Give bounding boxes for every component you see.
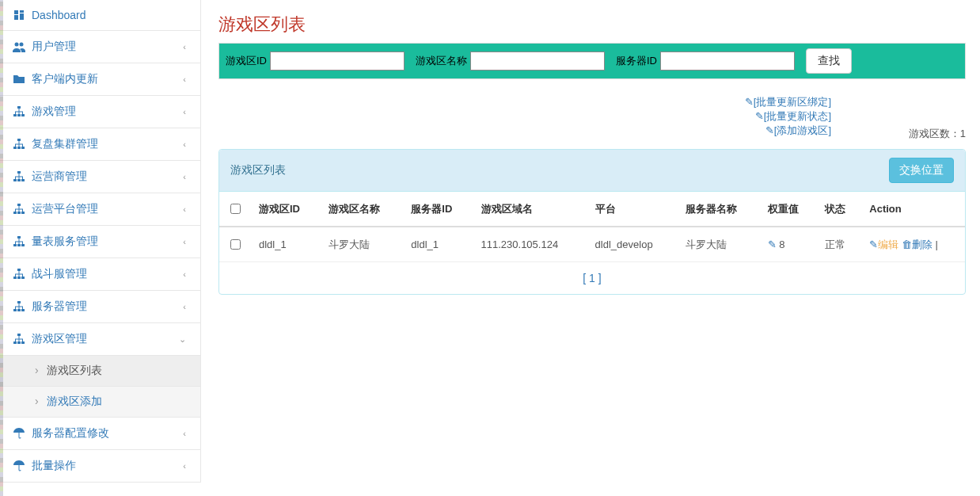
svg-rect-20 [17,244,21,246]
column-header: 服务器ID [403,192,473,227]
svg-rect-33 [21,341,25,344]
edit-icon: ✎ [755,110,764,122]
svg-rect-30 [17,334,21,336]
sidebar-item-2[interactable]: 游戏管理‹ [0,96,200,128]
main-content: 游戏区列表 游戏区ID 游戏区名称 服务器ID 查找 ✎[批量更新区绑定] ✎[… [201,0,980,483]
sitemap-icon [13,333,25,345]
sidebar-item-4[interactable]: 运营商管理‹ [0,161,200,193]
server-id-input[interactable] [660,52,795,71]
sidebar-item-3[interactable]: 复盘集群管理‹ [0,128,200,160]
svg-rect-22 [17,269,21,271]
svg-rect-2 [17,106,21,109]
sidebar-item-11[interactable]: 批量操作‹ [0,450,200,482]
svg-rect-14 [17,204,21,206]
svg-rect-25 [21,277,25,279]
edit-icon: ✎ [869,238,878,250]
sidebar-dashboard[interactable]: Dashboard [0,0,200,30]
sidebar-item-8[interactable]: 服务器管理‹ [0,291,200,322]
cell-actions: ✎编辑 🗑删除 | [861,227,965,262]
cell-domain: 111.230.105.124 [473,227,587,262]
swap-position-button[interactable]: 交换位置 [889,158,954,183]
sidebar-item-5[interactable]: 运营平台管理‹ [0,193,200,225]
sidebar-item-6[interactable]: 量表服务管理‹ [0,226,200,258]
pager[interactable]: [ 1 ] [219,262,965,294]
folder-icon [13,73,25,86]
sitemap-icon [13,235,25,248]
table-row: dldl_1斗罗大陆dldl_1111.230.105.124dldl_deve… [219,227,965,262]
svg-rect-29 [21,309,25,311]
svg-rect-9 [21,147,25,149]
svg-point-0 [15,43,19,47]
column-header: 游戏区ID [251,192,321,227]
panel-heading: 游戏区列表 交换位置 [219,150,965,192]
zone-id-input[interactable] [270,52,405,71]
sidebar-item-9[interactable]: 游戏区管理⌄ [0,323,200,355]
delete-link[interactable]: 删除 [912,238,933,250]
svg-rect-31 [13,341,17,344]
zone-id-label: 游戏区ID [226,54,267,68]
chevron-icon: ‹ [183,74,186,84]
chevron-icon: ‹ [183,172,186,181]
action-links: ✎[批量更新区绑定] ✎[批量更新状态] ✎[添加游戏区] [745,95,831,138]
column-header: 权重值 [760,192,817,227]
server-id-label: 服务器ID [616,54,657,68]
svg-rect-11 [13,179,17,181]
cell-zone-name: 斗罗大陆 [321,227,403,262]
zone-name-input[interactable] [470,52,605,71]
search-button[interactable]: 查找 [806,48,852,74]
svg-rect-12 [17,179,21,181]
sidebar-item-0[interactable]: 用户管理‹ [0,31,200,63]
sidebar-item-10[interactable]: 服务器配置修改‹ [0,418,200,449]
chevron-icon: ‹ [183,139,186,149]
cell-zone-id: dldl_1 [251,227,321,262]
sitemap-icon [13,203,25,216]
svg-rect-32 [17,341,21,344]
sidebar-item-1[interactable]: 客户端内更新‹ [0,63,200,95]
svg-rect-4 [17,114,21,116]
row-checkbox[interactable] [230,239,241,250]
edit-icon: ✎ [768,238,777,250]
chevron-icon: ‹ [183,269,186,279]
sidebar-subitem-9-0[interactable]: 游戏区列表 [0,356,200,386]
chevron-icon: ‹ [183,107,186,116]
cell-weight: ✎ 8 [760,227,817,262]
search-bar: 游戏区ID 游戏区名称 服务器ID 查找 [218,43,966,79]
cell-server-id: dldl_1 [403,227,473,262]
svg-rect-6 [17,139,21,141]
column-header: Action [861,192,965,227]
select-all-checkbox[interactable] [230,204,241,214]
sitemap-icon [13,138,25,151]
zone-table: 游戏区ID游戏区名称服务器ID游戏区域名平台服务器名称权重值状态Action d… [219,192,965,262]
svg-rect-16 [17,212,21,214]
zone-name-label: 游戏区名称 [416,54,467,68]
bulk-status-link[interactable]: ✎[批量更新状态] [745,109,831,124]
edit-link[interactable]: 编辑 [878,238,898,250]
panel-title: 游戏区列表 [230,163,286,177]
column-header: 平台 [587,192,678,227]
panel: 游戏区列表 交换位置 游戏区ID游戏区名称服务器ID游戏区域名平台服务器名称权重… [218,149,966,295]
svg-rect-10 [17,171,21,174]
chevron-icon: ‹ [183,302,186,311]
umbrella-icon [13,460,25,472]
sidebar-subitem-9-1[interactable]: 游戏区添加 [0,387,200,417]
sidebar-item-7[interactable]: 战斗服管理‹ [0,258,200,290]
svg-rect-17 [21,212,25,214]
cell-server-name: 斗罗大陆 [678,227,760,262]
svg-rect-21 [21,244,25,246]
bulk-bind-link[interactable]: ✎[批量更新区绑定] [745,95,831,109]
chevron-icon: ⌄ [179,334,186,345]
svg-rect-24 [17,277,21,279]
dashboard-icon [13,9,25,21]
svg-rect-5 [21,114,25,116]
svg-rect-28 [17,309,21,311]
chevron-icon: ‹ [183,42,186,52]
cell-platform: dldl_develop [587,227,678,262]
add-zone-link[interactable]: ✎[添加游戏区] [745,124,831,138]
chevron-icon: ‹ [183,204,186,214]
svg-rect-19 [13,244,17,246]
sitemap-icon [13,170,25,183]
zone-count: 游戏区数：1 [909,127,966,141]
svg-rect-15 [13,212,17,214]
svg-rect-18 [17,236,21,238]
svg-rect-27 [13,309,17,311]
